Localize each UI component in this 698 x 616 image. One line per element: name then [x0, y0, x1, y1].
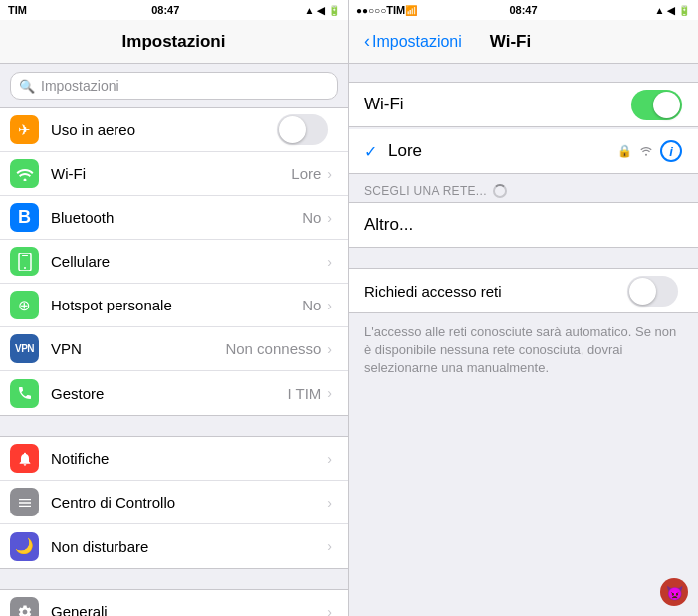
uso-in-aereo-toggle[interactable] [277, 114, 328, 145]
notifiche-icon [10, 444, 39, 473]
bluetooth-chevron: › [327, 210, 332, 226]
right-time: 08:47 [509, 4, 537, 16]
search-bar-container: 🔍 Impostazioni [0, 64, 348, 107]
left-nav-bar: Impostazioni [0, 20, 348, 64]
row-notifiche[interactable]: Notifiche › [0, 437, 348, 481]
accesso-reti-toggle[interactable] [627, 276, 678, 307]
row-vpn[interactable]: VPN VPN Non connesso › [0, 327, 348, 371]
settings-group-3: Generali › AA Schermo e luminosità › [0, 589, 348, 616]
centro-controllo-label: Centro di Controllo [51, 494, 327, 511]
non-disturbare-label: Non disturbare [51, 538, 327, 555]
right-carrier: TIM [386, 4, 405, 16]
row-uso-in-aereo[interactable]: ✈ Uso in aereo [0, 108, 348, 152]
search-bar[interactable]: 🔍 Impostazioni [10, 72, 338, 100]
non-disturbare-icon: 🌙 [10, 532, 39, 561]
cellulare-label: Cellulare [51, 253, 327, 270]
wifi-toggle-label: Wi-Fi [364, 95, 631, 114]
row-wifi[interactable]: Wi-Fi Lore › [0, 152, 348, 196]
right-nav-title: Wi-Fi [490, 32, 531, 52]
bluetooth-value: No [302, 209, 321, 226]
vpn-icon: VPN [10, 334, 39, 363]
section-header-text: SCEGLI UNA RETE... [364, 184, 487, 198]
svg-rect-1 [22, 255, 28, 256]
row-generali[interactable]: Generali › [0, 590, 348, 616]
accesso-reti-row[interactable]: Richiedi accesso reti [349, 269, 698, 312]
cellulare-icon [10, 247, 39, 276]
row-cellulare[interactable]: Cellulare › [0, 240, 348, 284]
spacer-2 [0, 571, 348, 589]
left-battery-icons: ▲ ◀ 🔋 [305, 5, 340, 16]
back-button[interactable]: ‹ Impostazioni [364, 31, 462, 52]
row-hotspot[interactable]: ⊕ Hotspot personale No › [0, 284, 348, 327]
settings-group-2: Notifiche › Centro di Controllo › 🌙 Non … [0, 436, 348, 569]
network-lore-info-button[interactable]: i [660, 140, 682, 162]
hotspot-label: Hotspot personale [51, 297, 302, 313]
wifi-content: Wi-Fi ✓ Lore 🔒 i [349, 64, 698, 616]
settings-group-1: ✈ Uso in aereo Wi-Fi Lore › B Bluetooth [0, 107, 348, 416]
wifi-value: Lore [291, 165, 321, 182]
left-nav-title: Impostazioni [122, 32, 226, 52]
networks-group: ✓ Lore 🔒 i [349, 129, 698, 174]
hotspot-icon: ⊕ [10, 291, 39, 319]
hotspot-value: No [302, 297, 321, 313]
accesso-reti-description: L'accesso alle reti conosciute sarà auto… [349, 315, 698, 386]
generali-chevron: › [327, 604, 332, 617]
notifiche-label: Notifiche [51, 450, 327, 467]
search-icon: 🔍 [19, 79, 35, 94]
network-lore-icons: 🔒 [617, 143, 654, 159]
wifi-icon [10, 159, 39, 188]
gestore-chevron: › [327, 385, 332, 401]
network-lore-name: Lore [388, 141, 617, 161]
altro-row[interactable]: Altro... [349, 203, 698, 247]
centro-controllo-chevron: › [327, 495, 332, 511]
left-panel: TIM 08:47 ▲ ◀ 🔋 Impostazioni 🔍 Impostazi… [0, 0, 349, 616]
lock-icon: 🔒 [617, 144, 632, 158]
altro-label: Altro... [364, 215, 413, 235]
row-bluetooth[interactable]: B Bluetooth No › [0, 196, 348, 240]
gestore-value: I TIM [287, 385, 321, 402]
accesso-reti-group: Richiedi accesso reti [349, 268, 698, 313]
row-centro-controllo[interactable]: Centro di Controllo › [0, 481, 348, 524]
generali-label: Generali [51, 603, 327, 616]
wifi-label: Wi-Fi [51, 165, 291, 182]
right-wifi-signal: 📶 [405, 5, 417, 16]
cellulare-chevron: › [327, 254, 332, 270]
checkmark-icon: ✓ [364, 142, 380, 161]
wifi-toggle-group: Wi-Fi [349, 82, 698, 127]
watermark: 👿 [658, 576, 690, 608]
uso-in-aereo-label: Uso in aereo [51, 121, 277, 138]
right-status-icons: ▲ ◀ 🔋 [655, 5, 690, 16]
spacer-right-1 [349, 250, 698, 268]
right-status-bar: ●●○○○ TIM 📶 08:47 ▲ ◀ 🔋 [349, 0, 698, 20]
wifi-toggle-row[interactable]: Wi-Fi [349, 83, 698, 126]
row-non-disturbare[interactable]: 🌙 Non disturbare › [0, 524, 348, 568]
uso-in-aereo-icon: ✈ [10, 115, 39, 144]
wifi-chevron: › [327, 166, 332, 182]
settings-list: ✈ Uso in aereo Wi-Fi Lore › B Bluetooth [0, 107, 348, 616]
accesso-reti-label: Richiedi accesso reti [364, 283, 627, 300]
gestore-icon [10, 379, 39, 408]
altro-group: Altro... [349, 202, 698, 248]
row-gestore[interactable]: Gestore I TIM › [0, 371, 348, 415]
wifi-signal-icon [638, 143, 654, 159]
left-status-bar: TIM 08:47 ▲ ◀ 🔋 [0, 0, 348, 20]
spacer-1 [0, 418, 348, 436]
right-signal: ●●○○○ [356, 5, 386, 16]
search-placeholder: Impostazioni [41, 78, 119, 94]
right-nav-bar: ‹ Impostazioni Wi-Fi [349, 20, 698, 64]
back-chevron-icon: ‹ [364, 31, 370, 52]
description-text: L'accesso alle reti conosciute sarà auto… [364, 324, 676, 375]
vpn-chevron: › [327, 341, 332, 357]
svg-point-2 [24, 267, 26, 269]
loading-spinner [493, 184, 507, 198]
bluetooth-icon: B [10, 203, 39, 232]
back-label: Impostazioni [372, 33, 462, 51]
wifi-toggle[interactable] [631, 90, 682, 120]
right-panel-wrapper: ●●○○○ TIM 📶 08:47 ▲ ◀ 🔋 ‹ Impostazioni W… [349, 0, 698, 616]
left-carrier: TIM [8, 4, 27, 16]
right-panel: ●●○○○ TIM 📶 08:47 ▲ ◀ 🔋 ‹ Impostazioni W… [349, 0, 698, 616]
section-header: SCEGLI UNA RETE... [349, 176, 698, 202]
left-time: 08:47 [151, 4, 179, 16]
vpn-label: VPN [51, 340, 225, 357]
network-lore-row[interactable]: ✓ Lore 🔒 i [349, 129, 698, 173]
